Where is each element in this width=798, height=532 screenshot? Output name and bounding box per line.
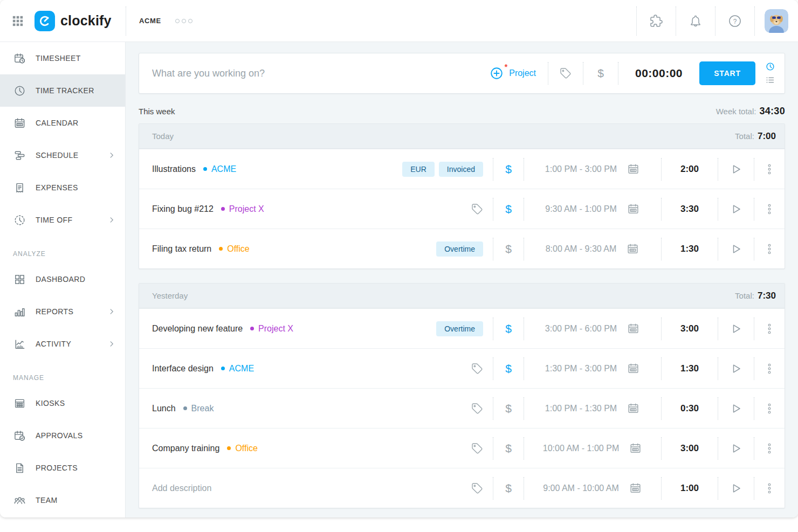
help-icon[interactable]: ? bbox=[716, 14, 754, 28]
billable-toggle[interactable]: $ bbox=[493, 402, 524, 415]
entry-tags[interactable]: EUR Invoiced bbox=[402, 162, 483, 177]
add-project-button[interactable]: * Project bbox=[478, 66, 548, 80]
description-input[interactable] bbox=[152, 68, 478, 79]
clockify-logo[interactable]: clockify bbox=[35, 11, 112, 31]
entry-description[interactable]: Interface design bbox=[152, 364, 214, 374]
continue-timer-button[interactable] bbox=[718, 442, 754, 455]
continue-timer-button[interactable] bbox=[718, 482, 754, 495]
sidebar-item-kiosks[interactable]: KIOSKS bbox=[0, 387, 125, 419]
sidebar-item-team[interactable]: TEAM bbox=[0, 484, 125, 516]
chevron-right-icon bbox=[107, 307, 116, 316]
sidebar-item-dashboard[interactable]: DASHBOARD bbox=[0, 263, 125, 295]
manual-mode-icon[interactable] bbox=[766, 75, 775, 85]
entry-description-placeholder[interactable]: Add description bbox=[152, 483, 211, 493]
apps-grid-icon[interactable] bbox=[12, 15, 24, 27]
entry-menu-button[interactable] bbox=[754, 323, 785, 335]
calendar-icon[interactable] bbox=[627, 362, 640, 375]
billable-toggle[interactable]: $ bbox=[493, 203, 524, 216]
billable-toggle[interactable]: $ bbox=[493, 482, 524, 495]
entry-description[interactable]: Lunch bbox=[152, 404, 176, 413]
entry-duration[interactable]: 2:00 bbox=[662, 164, 718, 175]
workspace-name[interactable]: ACME bbox=[139, 17, 161, 25]
entry-project[interactable]: Break bbox=[183, 404, 214, 413]
entry-description[interactable]: Developing new feature bbox=[152, 324, 243, 334]
entry-menu-button[interactable] bbox=[754, 403, 785, 414]
tag-button[interactable] bbox=[462, 203, 493, 215]
billable-toggle[interactable]: $ bbox=[493, 442, 524, 455]
entry-time-range[interactable]: 9:00 AM - 10:00 AM bbox=[543, 483, 619, 493]
entry-time-range[interactable]: 8:00 AM - 9:30 AM bbox=[546, 244, 617, 254]
sidebar-item-time-off[interactable]: TIME OFF bbox=[0, 204, 125, 236]
entry-menu-button[interactable] bbox=[754, 163, 785, 175]
sidebar-item-approvals[interactable]: APPROVALS bbox=[0, 419, 125, 452]
entry-duration[interactable]: 1:00 bbox=[662, 483, 718, 494]
bell-icon[interactable] bbox=[676, 15, 715, 27]
entry-description[interactable]: Company training bbox=[152, 444, 219, 453]
entry-menu-button[interactable] bbox=[754, 443, 785, 454]
continue-timer-button[interactable] bbox=[718, 402, 754, 415]
calendar-icon[interactable] bbox=[627, 322, 640, 335]
continue-timer-button[interactable] bbox=[718, 322, 754, 335]
entry-description[interactable]: Filing tax return bbox=[152, 244, 211, 254]
entry-duration[interactable]: 1:30 bbox=[662, 244, 718, 254]
entry-menu-button[interactable] bbox=[754, 243, 785, 255]
sidebar-item-projects[interactable]: PROJECTS bbox=[0, 452, 125, 484]
entry-menu-button[interactable] bbox=[754, 363, 785, 375]
calendar-icon[interactable] bbox=[627, 402, 640, 415]
puzzle-icon[interactable] bbox=[637, 15, 676, 27]
timer-mode-icon[interactable] bbox=[766, 62, 775, 71]
entry-project[interactable]: Office bbox=[219, 244, 250, 254]
workspace-more-icon[interactable] bbox=[175, 19, 192, 23]
entry-description[interactable]: Fixing bug #212 bbox=[152, 204, 214, 214]
calendar-icon[interactable] bbox=[629, 441, 642, 455]
sidebar-item-calendar[interactable]: CALENDAR bbox=[0, 107, 125, 139]
billable-button[interactable]: $ bbox=[583, 67, 618, 80]
continue-timer-button[interactable] bbox=[718, 163, 754, 176]
entry-project[interactable]: Project X bbox=[250, 324, 293, 334]
sidebar-item-time-tracker[interactable]: TIME TRACKER bbox=[0, 74, 125, 107]
entry-time-range[interactable]: 1:00 PM - 1:30 PM bbox=[545, 404, 617, 413]
entry-description[interactable]: Illustrations bbox=[152, 164, 196, 174]
entry-project[interactable]: Project X bbox=[221, 204, 264, 214]
entry-time-range[interactable]: 1:30 PM - 3:00 PM bbox=[545, 364, 617, 374]
entry-duration[interactable]: 1:30 bbox=[662, 363, 718, 374]
entry-menu-button[interactable] bbox=[754, 203, 785, 215]
entry-project[interactable]: Office bbox=[227, 444, 258, 453]
calendar-icon[interactable] bbox=[626, 242, 639, 255]
entry-duration[interactable]: 3:30 bbox=[662, 204, 718, 215]
calendar-icon[interactable] bbox=[629, 481, 642, 495]
sidebar-item-expenses[interactable]: EXPENSES bbox=[0, 171, 125, 204]
billable-toggle[interactable]: $ bbox=[493, 163, 524, 176]
continue-timer-button[interactable] bbox=[718, 203, 754, 216]
entry-tags[interactable]: Overtime bbox=[436, 241, 483, 257]
entry-time-range[interactable]: 10:00 AM - 1:00 PM bbox=[543, 444, 619, 453]
tag-button[interactable] bbox=[462, 482, 493, 494]
calendar-icon[interactable] bbox=[627, 162, 640, 176]
entry-duration[interactable]: 3:00 bbox=[662, 323, 718, 334]
tag-button[interactable] bbox=[462, 363, 493, 375]
sidebar-item-schedule[interactable]: SCHEDULE bbox=[0, 139, 125, 171]
sidebar-item-timesheet[interactable]: TIMESHEET bbox=[0, 42, 125, 74]
start-button[interactable]: START bbox=[699, 61, 755, 85]
tag-button[interactable] bbox=[462, 443, 493, 454]
tag-button[interactable] bbox=[548, 67, 583, 79]
entry-time-range[interactable]: 1:00 PM - 3:00 PM bbox=[545, 164, 617, 174]
entry-duration[interactable]: 0:30 bbox=[662, 403, 718, 414]
entry-time-range[interactable]: 9:30 AM - 1:00 PM bbox=[545, 204, 617, 214]
continue-timer-button[interactable] bbox=[718, 362, 754, 375]
entry-time-range[interactable]: 3:00 PM - 6:00 PM bbox=[545, 324, 617, 334]
sidebar-item-activity[interactable]: ACTIVITY bbox=[0, 328, 125, 360]
entry-menu-button[interactable] bbox=[754, 482, 785, 494]
continue-timer-button[interactable] bbox=[718, 243, 754, 255]
billable-toggle[interactable]: $ bbox=[493, 243, 524, 255]
billable-toggle[interactable]: $ bbox=[493, 362, 524, 375]
entry-duration[interactable]: 3:00 bbox=[662, 443, 718, 454]
sidebar-item-reports[interactable]: REPORTS bbox=[0, 295, 125, 328]
tag-button[interactable] bbox=[462, 403, 493, 414]
entry-project[interactable]: ACME bbox=[221, 364, 254, 374]
avatar[interactable] bbox=[765, 9, 788, 33]
calendar-icon[interactable] bbox=[627, 202, 640, 216]
entry-project[interactable]: ACME bbox=[203, 164, 236, 174]
entry-tags[interactable]: Overtime bbox=[436, 321, 483, 336]
billable-toggle[interactable]: $ bbox=[493, 322, 524, 335]
